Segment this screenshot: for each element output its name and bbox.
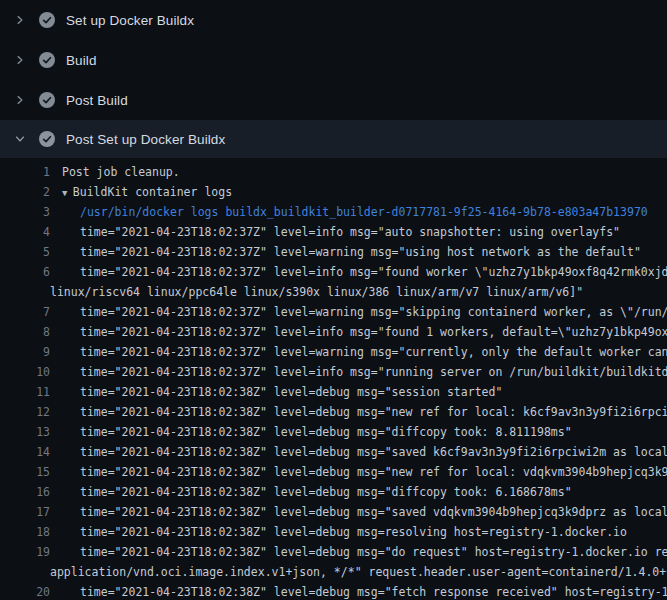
log-text: time="2021-04-23T18:02:38Z" level=debug … bbox=[80, 522, 627, 542]
line-number[interactable]: 6 bbox=[0, 262, 50, 282]
log-text: time="2021-04-23T18:02:37Z" level=info m… bbox=[80, 322, 667, 342]
check-circle-icon bbox=[39, 52, 55, 68]
log-text: time="2021-04-23T18:02:38Z" level=debug … bbox=[80, 422, 572, 442]
check-circle-icon bbox=[39, 92, 55, 108]
log-group-title[interactable]: ▼ BuildKit container logs bbox=[62, 182, 232, 202]
line-number[interactable]: 16 bbox=[0, 482, 50, 502]
chevron-right-icon bbox=[12, 52, 28, 68]
chevron-right-icon bbox=[12, 92, 28, 108]
log-row: 13time="2021-04-23T18:02:38Z" level=debu… bbox=[0, 422, 667, 442]
log-text: time="2021-04-23T18:02:38Z" level=debug … bbox=[80, 502, 667, 522]
log-row: 3/usr/bin/docker logs buildx_buildkit_bu… bbox=[0, 202, 667, 222]
line-number[interactable]: 11 bbox=[0, 382, 50, 402]
chevron-right-icon bbox=[12, 12, 28, 28]
step-label: Post Set up Docker Buildx bbox=[66, 132, 225, 147]
log-row: 17time="2021-04-23T18:02:38Z" level=debu… bbox=[0, 502, 667, 522]
log-row: 14time="2021-04-23T18:02:38Z" level=debu… bbox=[0, 442, 667, 462]
line-number[interactable]: 1 bbox=[0, 162, 50, 182]
log-row: 16time="2021-04-23T18:02:38Z" level=debu… bbox=[0, 482, 667, 502]
log-text: time="2021-04-23T18:02:38Z" level=debug … bbox=[80, 482, 572, 502]
step-header-post-set-up-docker-buildx[interactable]: Post Set up Docker Buildx bbox=[0, 120, 667, 158]
line-number bbox=[0, 562, 50, 582]
log-row: 19time="2021-04-23T18:02:38Z" level=debu… bbox=[0, 542, 667, 562]
log-row: 20time="2021-04-23T18:02:38Z" level=debu… bbox=[0, 582, 667, 600]
log-row: 2▼ BuildKit container logs bbox=[0, 182, 667, 202]
log-area: 1Post job cleanup.2▼ BuildKit container … bbox=[0, 158, 667, 600]
log-text: time="2021-04-23T18:02:37Z" level=warnin… bbox=[80, 342, 667, 362]
line-number[interactable]: 18 bbox=[0, 522, 50, 542]
line-number bbox=[0, 282, 50, 302]
log-row: 18time="2021-04-23T18:02:38Z" level=debu… bbox=[0, 522, 667, 542]
log-text: time="2021-04-23T18:02:38Z" level=debug … bbox=[80, 542, 667, 562]
log-text: linux/riscv64 linux/ppc64le linux/s390x … bbox=[50, 282, 583, 302]
line-number[interactable]: 9 bbox=[0, 342, 50, 362]
check-circle-icon bbox=[39, 131, 55, 147]
line-number[interactable]: 7 bbox=[0, 302, 50, 322]
log-text: time="2021-04-23T18:02:38Z" level=debug … bbox=[80, 582, 667, 600]
log-text: Post job cleanup. bbox=[62, 162, 180, 182]
log-text: application/vnd.oci.image.index.v1+json,… bbox=[50, 562, 667, 582]
log-text: time="2021-04-23T18:02:37Z" level=warnin… bbox=[80, 242, 641, 262]
log-text: time="2021-04-23T18:02:38Z" level=debug … bbox=[80, 442, 667, 462]
log-row: 15time="2021-04-23T18:02:38Z" level=debu… bbox=[0, 462, 667, 482]
log-text: time="2021-04-23T18:02:38Z" level=debug … bbox=[80, 402, 667, 422]
log-text: time="2021-04-23T18:02:38Z" level=debug … bbox=[80, 462, 667, 482]
step-header-post-build[interactable]: Post Build bbox=[0, 80, 667, 120]
line-number[interactable]: 10 bbox=[0, 362, 50, 382]
line-number[interactable]: 8 bbox=[0, 322, 50, 342]
log-text: time="2021-04-23T18:02:37Z" level=info m… bbox=[80, 362, 667, 382]
log-row: 4time="2021-04-23T18:02:37Z" level=info … bbox=[0, 222, 667, 242]
line-number[interactable]: 2 bbox=[0, 182, 50, 202]
line-number[interactable]: 3 bbox=[0, 202, 50, 222]
log-text: time="2021-04-23T18:02:37Z" level=warnin… bbox=[80, 302, 667, 322]
log-row: application/vnd.oci.image.index.v1+json,… bbox=[0, 562, 667, 582]
step-label: Set up Docker Buildx bbox=[66, 13, 194, 28]
actions-log-viewer: Set up Docker Buildx Build Post Build Po… bbox=[0, 0, 667, 600]
line-number[interactable]: 13 bbox=[0, 422, 50, 442]
log-command-text: /usr/bin/docker logs buildx_buildkit_bui… bbox=[80, 202, 648, 222]
step-label: Post Build bbox=[66, 93, 128, 108]
log-row: 10time="2021-04-23T18:02:37Z" level=info… bbox=[0, 362, 667, 382]
log-row: 9time="2021-04-23T18:02:37Z" level=warni… bbox=[0, 342, 667, 362]
line-number[interactable]: 20 bbox=[0, 582, 50, 600]
log-text: time="2021-04-23T18:02:37Z" level=info m… bbox=[80, 222, 620, 242]
line-number[interactable]: 15 bbox=[0, 462, 50, 482]
line-number[interactable]: 12 bbox=[0, 402, 50, 422]
chevron-down-icon bbox=[12, 131, 28, 147]
line-number[interactable]: 4 bbox=[0, 222, 50, 242]
log-row: 11time="2021-04-23T18:02:38Z" level=debu… bbox=[0, 382, 667, 402]
log-row: 1Post job cleanup. bbox=[0, 162, 667, 182]
log-row: 7time="2021-04-23T18:02:37Z" level=warni… bbox=[0, 302, 667, 322]
log-row: 6time="2021-04-23T18:02:37Z" level=info … bbox=[0, 262, 667, 282]
line-number[interactable]: 14 bbox=[0, 442, 50, 462]
line-number[interactable]: 17 bbox=[0, 502, 50, 522]
line-number[interactable]: 19 bbox=[0, 542, 50, 562]
step-label: Build bbox=[66, 53, 97, 68]
step-header-set-up-docker-buildx[interactable]: Set up Docker Buildx bbox=[0, 0, 667, 40]
log-row: linux/riscv64 linux/ppc64le linux/s390x … bbox=[0, 282, 667, 302]
log-row: 12time="2021-04-23T18:02:38Z" level=debu… bbox=[0, 402, 667, 422]
group-toggle-arrow-icon[interactable]: ▼ bbox=[62, 188, 73, 198]
log-row: 8time="2021-04-23T18:02:37Z" level=info … bbox=[0, 322, 667, 342]
step-header-build[interactable]: Build bbox=[0, 40, 667, 80]
line-number[interactable]: 5 bbox=[0, 242, 50, 262]
check-circle-icon bbox=[39, 12, 55, 28]
log-text: time="2021-04-23T18:02:38Z" level=debug … bbox=[80, 382, 502, 402]
log-text: time="2021-04-23T18:02:37Z" level=info m… bbox=[80, 262, 667, 282]
log-row: 5time="2021-04-23T18:02:37Z" level=warni… bbox=[0, 242, 667, 262]
